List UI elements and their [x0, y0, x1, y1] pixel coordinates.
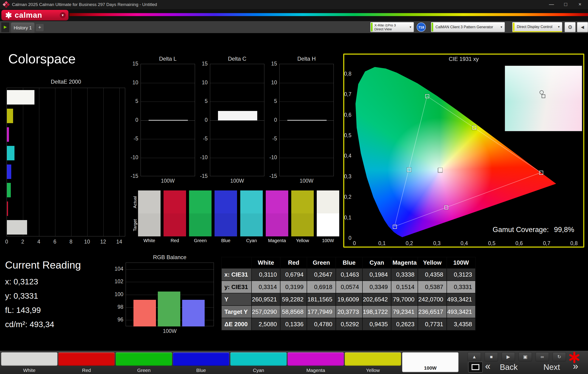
x-tick-label: 0	[2, 239, 12, 245]
rgb-balance-x-label: 100W	[126, 328, 214, 334]
y-tick-label: 10	[191, 79, 208, 86]
cell: 0,0574	[336, 281, 362, 293]
cell: 79,2341	[391, 306, 418, 318]
patch-white-button[interactable]: White	[1, 353, 57, 374]
tab-history-1[interactable]: History 1	[11, 22, 34, 33]
cell: 0,1336	[280, 318, 307, 330]
y-tick-label: 5	[260, 98, 277, 104]
y-tick-label: 0,4	[332, 153, 351, 159]
y-tick-label: 0,7	[332, 91, 351, 97]
patch-blue-button[interactable]: Blue	[173, 353, 229, 374]
bar-white	[7, 220, 27, 235]
chevron-down-icon[interactable]: ▼	[60, 12, 66, 18]
y-tick-label: 104	[107, 266, 123, 272]
table-row[interactable]: Target Y257,029058,8568177,794920,377319…	[221, 306, 475, 318]
cell: 0,2647	[307, 268, 336, 281]
cell: 0,3199	[280, 281, 307, 293]
deltae-chart-title: DeltaE 2000	[7, 79, 125, 85]
stop-button[interactable]: ■	[485, 352, 498, 361]
add-tab-button[interactable]: +	[36, 24, 44, 31]
maximize-button[interactable]: □	[559, 0, 573, 9]
table-row[interactable]: Y260,952159,2282181,156519,6009202,65427…	[221, 293, 475, 306]
patch-magenta-button[interactable]: Magenta	[288, 353, 344, 374]
x-tick-label: 14	[114, 239, 124, 245]
close-button[interactable]: ×	[573, 0, 587, 9]
y-tick-label: 100	[107, 291, 123, 298]
back-button[interactable]: Back	[500, 363, 518, 372]
patch-green-button[interactable]: Green	[116, 353, 172, 374]
row-label: y: CIE31	[221, 281, 252, 293]
back-chevrons[interactable]: «	[485, 361, 490, 372]
arrow-right-icon: ▶	[4, 25, 7, 29]
cell: 19,6009	[336, 293, 362, 306]
y-tick-label: -5	[121, 136, 138, 142]
row-label: ΔE 2000	[221, 318, 252, 330]
cell: 0,3331	[447, 281, 475, 293]
meter-dropdown[interactable]: X-Rite i1Pro 3 Direct View ▼	[370, 22, 414, 32]
y-tick-label: 0,3	[332, 173, 351, 180]
gridline	[280, 83, 334, 83]
gridline	[103, 88, 104, 236]
y-tick-label: 10	[121, 79, 138, 86]
row-label: x: CIE31	[221, 268, 252, 281]
patch-red-button[interactable]: Red	[58, 353, 115, 374]
swatch-actual-cyan	[240, 191, 263, 214]
play-icon: ▶	[502, 353, 515, 361]
calman-menu-button[interactable]: calman ▼	[1, 10, 68, 21]
table-row[interactable]: x: CIE310,31100,67940,26470,14630,19840,…	[221, 268, 475, 281]
meter-label: X-Rite i1Pro 3 Direct View	[374, 23, 396, 31]
table-row[interactable]: y: CIE310,33140,31990,69180,05740,33490,…	[221, 281, 475, 293]
refresh-button[interactable]: ↻	[553, 352, 566, 361]
x-tick-label: 4	[34, 239, 44, 245]
gridline	[126, 282, 214, 282]
patch-label: Green	[116, 368, 172, 373]
display-control-dropdown[interactable]: Direct Display Control ▼	[512, 22, 562, 32]
bar-red	[134, 300, 156, 326]
cell: 0,9435	[362, 318, 391, 330]
marker-100w	[438, 168, 442, 172]
table-row[interactable]: ΔE 20002,50800,13360,47800,52920,94350,2…	[221, 318, 475, 330]
settings-button[interactable]: ⚙	[565, 22, 576, 32]
pattern-window-button[interactable]	[468, 362, 483, 373]
swatch-actual-yellow	[291, 191, 314, 214]
patch-100w-button[interactable]: 100W	[402, 353, 458, 374]
deltae-chart-plot	[7, 88, 125, 236]
pattern-generator-dropdown[interactable]: CalMAN Client 3 Pattern Generator ▼	[431, 22, 505, 32]
meter-profile-badge[interactable]: 718	[417, 22, 426, 32]
raise-button[interactable]: ▲	[468, 352, 481, 361]
y-tick-label: -10	[191, 154, 208, 160]
gridline	[39, 88, 39, 236]
cell: 202,6542	[362, 293, 391, 306]
patch-cyan-button[interactable]: Cyan	[230, 353, 287, 374]
cell: 3,4358	[447, 318, 475, 330]
swatch-target-cyan	[240, 214, 263, 236]
save-button[interactable]: ▣	[519, 352, 532, 361]
current-reading-fl: fL: 143,99	[5, 306, 41, 315]
swatch-target-white	[138, 214, 160, 236]
delta-h-chart-title: Delta H	[279, 56, 334, 62]
x-tick-label: 0,8	[565, 240, 583, 246]
bar-blue	[7, 164, 11, 179]
cell: 177,7949	[307, 306, 336, 318]
link-button[interactable]: ∞	[536, 352, 549, 361]
delta-l-chart-title: Delta L	[141, 56, 195, 62]
column-header-magenta: Magenta	[391, 257, 418, 268]
gridline	[210, 158, 264, 158]
cell: 0,1514	[391, 281, 418, 293]
next-button[interactable]: Next	[544, 363, 560, 372]
patch-yellow-button[interactable]: Yellow	[345, 353, 401, 374]
play-button[interactable]: ▶	[502, 352, 515, 361]
patch-swatch	[345, 353, 401, 366]
notes-icon[interactable]	[568, 351, 581, 364]
x-tick-label: 0,7	[537, 240, 556, 246]
refresh-icon: ↻	[553, 353, 566, 361]
y-tick-label: -15	[121, 173, 138, 179]
scroll-tabs-button[interactable]: ▶	[1, 22, 10, 33]
x-tick-label: 12	[98, 239, 108, 245]
bar-magenta	[7, 127, 9, 142]
bar-yellow	[7, 109, 13, 123]
collapse-panel-button[interactable]: ◀	[577, 22, 588, 32]
minimize-button[interactable]: —	[544, 0, 559, 9]
swatch-label: Red	[164, 238, 186, 243]
swatch-target-yellow	[291, 214, 314, 236]
